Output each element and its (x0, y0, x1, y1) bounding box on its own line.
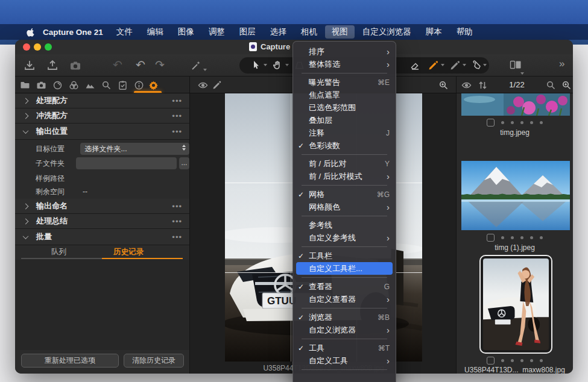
cursor-dropdown-caret[interactable] (264, 64, 267, 66)
import-icon[interactable] (24, 60, 36, 72)
rating-dot[interactable] (501, 121, 504, 124)
rating-dot[interactable] (530, 236, 533, 239)
thumbnail-image-2[interactable] (461, 161, 570, 230)
more-options-icon[interactable]: ••• (172, 111, 182, 121)
color-wheels-icon[interactable] (69, 80, 79, 90)
more-options-icon[interactable]: ••• (172, 202, 182, 211)
menu-item[interactable]: 自定义参考线› (296, 231, 393, 244)
rating-dot[interactable] (520, 121, 523, 124)
rating-dot[interactable] (501, 236, 504, 239)
section-output-naming[interactable]: 输出命名 ••• (15, 199, 189, 214)
app-menu-title[interactable]: Capture One 21 (43, 28, 103, 37)
rating-dot[interactable] (511, 236, 514, 239)
rating-dot[interactable] (540, 359, 543, 362)
thumbnail-name-1[interactable]: timg.jpeg (457, 128, 573, 137)
undo-icon[interactable]: ↶ (136, 59, 145, 71)
more-options-icon[interactable]: ••• (172, 217, 182, 226)
close-window-button[interactable] (23, 43, 30, 51)
toolbar-overflow-chevrons[interactable]: » (559, 58, 564, 70)
library-folder-icon[interactable] (20, 80, 30, 90)
menu-item[interactable]: 注释J (296, 127, 393, 139)
history-list-area[interactable] (15, 260, 189, 350)
metadata-info-icon[interactable] (134, 80, 144, 90)
browser-zoom-icon[interactable] (561, 80, 572, 90)
menubar-item[interactable]: 自定义浏览器 (356, 25, 418, 39)
more-options-icon[interactable]: ••• (172, 127, 182, 136)
section-process-recipes[interactable]: 处理配方 ••• (15, 93, 189, 108)
auto-adjust-wand-icon[interactable] (190, 60, 202, 72)
thumbnail-image-1[interactable] (461, 93, 570, 116)
menu-item[interactable]: ✓工具栏 (296, 249, 393, 262)
section-process-summary[interactable]: 处理总结 ••• (15, 214, 189, 229)
viewer-zoom-icon[interactable] (438, 80, 449, 90)
menu-item[interactable]: 叠加层 (296, 114, 393, 127)
adjustments-clipboard-icon[interactable] (118, 80, 128, 90)
thumbnail-image-3-selected[interactable] (479, 255, 552, 354)
menu-item[interactable]: 前 / 后比对模式› (296, 170, 393, 183)
sort-arrows-icon[interactable] (478, 80, 488, 90)
select-checkbox[interactable] (487, 234, 495, 242)
menubar-item[interactable]: 相机 (294, 25, 324, 39)
menu-item[interactable]: ✓色彩读数 (296, 139, 393, 152)
menubar-item[interactable]: 帮助 (450, 25, 479, 39)
details-magnifier-icon[interactable] (101, 80, 112, 90)
rating-dot[interactable] (511, 121, 514, 124)
layout-dropdown-caret[interactable] (520, 72, 524, 75)
menu-item[interactable]: 前 / 后比对Y (296, 157, 393, 170)
wand-dropdown-caret[interactable] (203, 69, 207, 71)
menubar-item[interactable]: 选择 (264, 25, 293, 39)
menu-item[interactable]: ✓浏览器⌘B (296, 311, 393, 324)
select-checkbox[interactable] (487, 119, 495, 127)
menu-item[interactable]: 参考线 (296, 219, 393, 231)
search-icon[interactable] (546, 80, 556, 90)
menu-item[interactable]: ✓网格⌘G (296, 188, 393, 201)
rating-dot[interactable] (520, 236, 523, 239)
lens-icon[interactable] (52, 80, 63, 90)
menubar-item[interactable]: 编辑 (141, 25, 170, 39)
more-options-icon[interactable]: ••• (172, 233, 182, 242)
apple-icon[interactable] (27, 28, 36, 37)
select-checkbox[interactable] (487, 357, 495, 365)
cursor-tool-icon[interactable] (250, 60, 262, 71)
export-icon[interactable] (46, 60, 58, 72)
destination-select[interactable]: 选择文件夹... (80, 143, 189, 155)
menu-item[interactable]: 焦点遮罩 (296, 89, 393, 101)
menu-item[interactable]: 自定义浏览器› (296, 324, 393, 336)
thumbnail-name-2[interactable]: timg (1).jpeg (457, 243, 573, 252)
menu-item[interactable]: 曝光警告⌘E (296, 76, 393, 89)
heal-pen-icon[interactable] (471, 60, 482, 71)
menu-item[interactable]: ✓查看器G (296, 280, 393, 293)
rating-dot[interactable] (511, 359, 514, 362)
heal-dropdown-caret[interactable] (483, 64, 487, 66)
menubar-item[interactable]: 图像 (171, 25, 201, 39)
rating-dot[interactable] (540, 121, 543, 124)
menu-item[interactable]: 自定义查看器› (296, 293, 393, 305)
redo-icon[interactable]: ↷ (155, 59, 165, 71)
viewer-layout-icon[interactable] (510, 59, 522, 71)
annotate-brush-icon[interactable] (212, 80, 222, 90)
menu-item[interactable]: 网格颜色› (296, 201, 393, 213)
section-batch[interactable]: 批量 ••• (15, 229, 189, 245)
exposure-histogram-icon[interactable] (85, 80, 95, 90)
browser-eye-icon[interactable] (461, 80, 472, 90)
rating-dot[interactable] (501, 359, 504, 362)
tab-history[interactable]: 历史记录 (113, 247, 144, 257)
camera-capture-icon[interactable] (69, 60, 81, 72)
more-options-icon[interactable]: ••• (172, 96, 182, 105)
rating-dot[interactable] (530, 121, 533, 124)
clear-history-button[interactable]: 清除历史记录 (124, 354, 184, 368)
pan-hand-icon[interactable] (272, 60, 283, 71)
rating-dot[interactable] (520, 359, 523, 362)
menubar-item[interactable]: 调整 (202, 25, 232, 39)
menu-item[interactable]: 排序› (296, 45, 393, 58)
menu-item[interactable]: ✓工具⌘T (296, 342, 393, 354)
thumbnail-name-3[interactable]: U358P44T13D..._maxw808.jpg (457, 366, 573, 374)
erase-mask-caret[interactable] (463, 64, 466, 66)
capture-camera-icon[interactable] (36, 80, 46, 90)
draw-mask-brush-icon[interactable] (428, 60, 439, 71)
menu-item[interactable]: 整体筛选› (296, 58, 393, 70)
section-develop-recipes[interactable]: 冲洗配方 ••• (15, 108, 189, 124)
menu-item[interactable]: 已选色彩范围 (296, 101, 393, 114)
erase-mask-pen-icon[interactable] (449, 60, 461, 71)
section-output-location[interactable]: 输出位置 ••• (15, 124, 189, 140)
